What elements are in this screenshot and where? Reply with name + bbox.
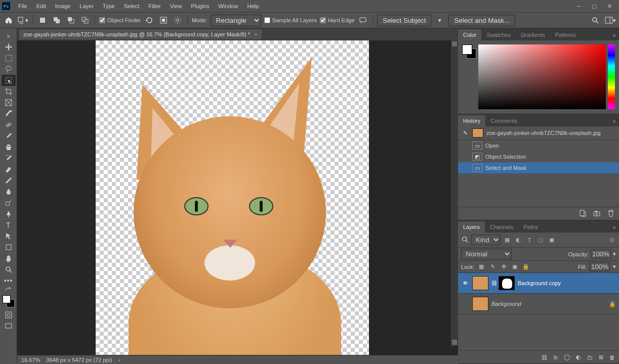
filter-shape-icon[interactable]: ▢ — [536, 236, 545, 245]
color-fgbg[interactable] — [462, 44, 476, 59]
eraser-tool[interactable] — [2, 164, 16, 175]
history-step-open[interactable]: ▭ Open — [458, 140, 619, 151]
tab-layers[interactable]: Layers — [458, 221, 485, 233]
layer-name[interactable]: Background copy — [518, 280, 561, 286]
dodge-tool[interactable] — [2, 197, 16, 208]
history-brush-tool[interactable] — [2, 153, 16, 164]
filter-adjustment-icon[interactable]: ◐ — [514, 236, 523, 245]
mode-select[interactable]: Rectangle — [211, 15, 261, 26]
filter-search-icon[interactable] — [461, 236, 469, 245]
swap-colors-icon[interactable] — [2, 286, 16, 293]
lock-transparency-icon[interactable]: ▩ — [477, 263, 485, 271]
panel-menu-icon[interactable]: ≡ — [610, 30, 619, 40]
eyedropper-tool[interactable] — [2, 108, 16, 119]
menu-type[interactable]: Type — [99, 1, 119, 11]
fill-input[interactable] — [590, 262, 610, 271]
menu-view[interactable]: View — [166, 1, 186, 11]
layer-name[interactable]: Background — [491, 301, 521, 307]
filter-smart-icon[interactable]: ▣ — [547, 236, 556, 245]
canvas[interactable] — [17, 40, 458, 355]
hand-tool[interactable] — [2, 253, 16, 264]
panel-menu-icon[interactable]: ≡ — [610, 116, 619, 126]
workspace-icon[interactable]: ▾ — [605, 15, 616, 26]
screen-mode-icon[interactable] — [2, 321, 16, 332]
lasso-tool[interactable] — [2, 64, 16, 75]
healing-brush-tool[interactable] — [2, 119, 16, 130]
sample-all-layers-checkbox[interactable]: Sample All Layers — [264, 17, 317, 23]
search-icon[interactable] — [590, 15, 601, 26]
filter-toggle-icon[interactable]: ⊙ — [607, 236, 616, 245]
refresh-icon[interactable] — [144, 15, 155, 26]
lock-position-icon[interactable]: ✥ — [500, 263, 508, 271]
menu-filter[interactable]: Filter — [144, 1, 164, 11]
menu-image[interactable]: Image — [51, 1, 75, 11]
layer-visibility-icon[interactable]: 👁 — [461, 280, 469, 286]
clone-stamp-tool[interactable] — [2, 142, 16, 153]
tab-comments[interactable]: Comments — [485, 115, 522, 126]
tab-swatches[interactable]: Swatches — [481, 29, 516, 40]
object-finder-checkbox[interactable]: Object Finder — [99, 17, 141, 23]
chevron-expand-icon[interactable]: » — [2, 30, 16, 41]
fill-chevron-icon[interactable]: ▾ — [613, 263, 616, 270]
frame-tool[interactable] — [2, 97, 16, 108]
lock-artboard-icon[interactable]: ▣ — [511, 263, 519, 271]
new-document-from-state-icon[interactable] — [579, 209, 587, 218]
new-adjustment-icon[interactable]: ◐ — [576, 354, 581, 360]
tab-channels[interactable]: Channels — [485, 221, 518, 233]
shape-tool[interactable] — [2, 242, 16, 253]
tab-patterns[interactable]: Patterns — [550, 29, 581, 40]
feedback-icon[interactable] — [357, 15, 368, 26]
gear-icon[interactable] — [172, 15, 183, 26]
pen-tool[interactable] — [2, 208, 16, 219]
minimize-button[interactable]: ─ — [571, 1, 587, 11]
layer-row-background[interactable]: Background 🔒 — [458, 294, 619, 314]
move-tool[interactable] — [2, 41, 16, 53]
history-step-select-and-mask[interactable]: ▭ Select and Mask — [458, 162, 619, 173]
history-source[interactable]: ✎ zoe-gayah-jonker-uhnbTZC7N9k-unsplash.… — [458, 126, 619, 140]
layer-thumbnail[interactable] — [472, 276, 488, 290]
layer-row-background-copy[interactable]: 👁 ⛓ Background copy — [458, 273, 619, 294]
select-subject-button[interactable]: Select Subject — [377, 15, 431, 26]
blur-tool[interactable] — [2, 186, 16, 197]
filter-type-icon[interactable]: T — [525, 236, 534, 245]
edit-toolbar-icon[interactable]: ••• — [2, 275, 16, 286]
filter-pixel-icon[interactable]: ▦ — [503, 236, 512, 245]
crop-tool[interactable] — [2, 86, 16, 97]
opacity-input[interactable] — [591, 249, 611, 259]
new-group-icon[interactable]: 🗀 — [587, 354, 593, 360]
document-tab[interactable]: zoe-gayah-jonker-uhnbTZC7N9k-unsplash.jp… — [19, 29, 262, 39]
tab-history[interactable]: History — [458, 115, 485, 126]
add-selection-icon[interactable] — [51, 15, 62, 26]
delete-state-icon[interactable] — [607, 209, 615, 218]
quick-mask-icon[interactable] — [2, 309, 16, 321]
close-tab-icon[interactable]: × — [254, 31, 257, 37]
layer-thumbnail[interactable] — [472, 297, 488, 311]
foreground-background-colors[interactable] — [3, 295, 15, 307]
close-button[interactable]: ✕ — [602, 1, 617, 11]
lock-image-icon[interactable]: ✎ — [488, 263, 497, 271]
layer-mask-thumbnail[interactable] — [499, 276, 515, 290]
marquee-tool[interactable] — [2, 53, 16, 64]
layer-lock-icon[interactable]: 🔒 — [609, 301, 616, 307]
maximize-button[interactable]: ▢ — [587, 1, 602, 11]
menu-layer[interactable]: Layer — [75, 1, 98, 11]
hard-edge-checkbox[interactable]: Hard Edge — [320, 17, 355, 23]
brush-tool[interactable] — [2, 130, 16, 142]
link-layers-icon[interactable]: ⛓ — [542, 354, 547, 360]
menu-help[interactable]: Help — [243, 1, 263, 11]
menu-window[interactable]: Window — [214, 1, 242, 11]
layer-style-icon[interactable]: fx — [553, 354, 558, 360]
delete-layer-icon[interactable]: 🗑 — [609, 354, 615, 360]
hue-slider[interactable] — [608, 44, 615, 109]
tab-paths[interactable]: Paths — [519, 221, 543, 233]
status-chevron-icon[interactable]: › — [118, 357, 120, 363]
add-mask-icon[interactable]: ◯ — [564, 354, 570, 360]
new-snapshot-icon[interactable] — [593, 209, 601, 218]
filter-kind-select[interactable]: Kind — [471, 235, 501, 245]
panel-menu-icon[interactable]: ≡ — [610, 222, 619, 233]
tab-color[interactable]: Color — [458, 29, 481, 40]
vertical-scrollbar[interactable] — [451, 40, 458, 346]
path-selection-tool[interactable] — [2, 231, 16, 242]
menu-select[interactable]: Select — [120, 1, 144, 11]
zoom-tool[interactable] — [2, 264, 16, 275]
